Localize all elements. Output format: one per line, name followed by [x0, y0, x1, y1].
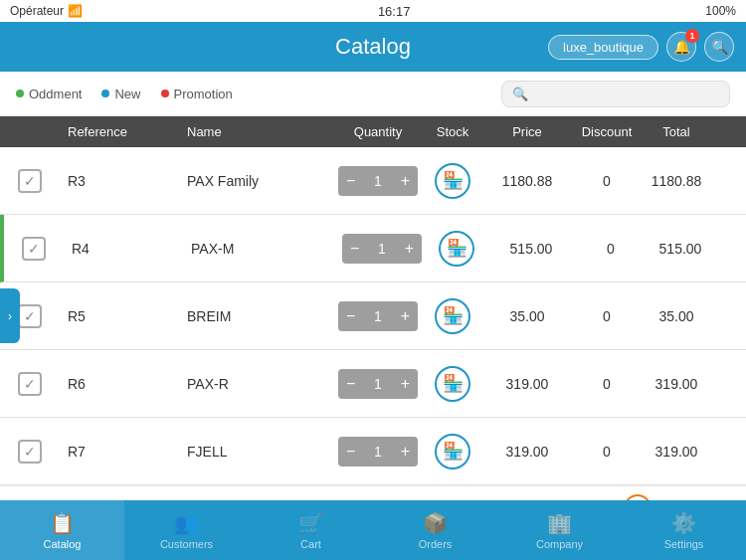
- page-title: Catalog: [335, 34, 411, 60]
- table-row: R5 BREIM − 1 + 🏪 35.00 0 35.00: [0, 282, 746, 350]
- col-price: Price: [487, 124, 567, 139]
- promotion-label: Promotion: [174, 87, 233, 101]
- nav-cart[interactable]: 🛒 Cart: [249, 500, 373, 560]
- qty-minus-btn[interactable]: −: [338, 166, 363, 196]
- nav-company[interactable]: 🏢 Company: [497, 500, 622, 560]
- price-cell: 319.00: [487, 376, 567, 392]
- row-checkbox[interactable]: [18, 169, 42, 193]
- qty-minus-btn[interactable]: −: [338, 437, 363, 467]
- nav-orders[interactable]: 📦 Orders: [373, 500, 497, 560]
- bottom-nav: 📋 Catalog 👥 Customers 🛒 Cart 📦 Orders 🏢 …: [0, 500, 746, 560]
- promotion-dot: [161, 90, 169, 97]
- discount-cell: 0: [567, 444, 647, 460]
- check-cell[interactable]: [4, 237, 64, 261]
- total-cell: 1180.88: [647, 173, 706, 189]
- operator-label: Opérateur: [10, 4, 64, 18]
- qty-plus-btn[interactable]: +: [393, 437, 418, 467]
- add-to-cart-row: 🛒 Add to cart: [0, 485, 746, 500]
- name-cell: BREIM: [179, 308, 338, 324]
- stock-cell[interactable]: 🏪: [418, 366, 487, 402]
- row-checkbox[interactable]: [18, 372, 42, 396]
- notification-icon[interactable]: 🔔: [666, 32, 696, 62]
- cart-nav-icon: 🛒: [298, 511, 323, 535]
- qty-cell: − 1 +: [342, 234, 422, 264]
- stock-icon: 🏪: [435, 163, 470, 199]
- stock-icon: 🏪: [435, 434, 470, 469]
- qty-value: 1: [363, 166, 392, 196]
- qty-minus-btn[interactable]: −: [342, 234, 367, 264]
- wifi-icon: 📶: [68, 4, 83, 18]
- name-cell: FJELL: [179, 444, 338, 460]
- check-cell[interactable]: [0, 169, 60, 193]
- discount-cell: 0: [567, 308, 647, 324]
- qty-cell: − 1 +: [338, 369, 418, 399]
- chevron-right-icon: ›: [8, 309, 12, 323]
- header-actions: luxe_boutique 🔔 🔍: [548, 32, 734, 62]
- filter-oddment[interactable]: Oddment: [16, 87, 82, 101]
- nav-catalog-label: Catalog: [44, 538, 82, 550]
- stock-cell[interactable]: 🏪: [418, 163, 487, 199]
- name-cell: PAX-R: [179, 376, 338, 392]
- search-header-icon[interactable]: 🔍: [704, 32, 734, 62]
- table-row: R3 PAX Family − 1 + 🏪 1180.88 0 1180.88: [0, 147, 746, 215]
- nav-settings[interactable]: ⚙️ Settings: [622, 500, 746, 560]
- ref-cell: R5: [60, 308, 179, 324]
- settings-icon: ⚙️: [671, 511, 696, 535]
- qty-value: 1: [363, 369, 392, 399]
- total-cell: 319.00: [647, 444, 706, 460]
- name-cell: PAX Family: [179, 173, 338, 189]
- total-cell: 515.00: [651, 241, 710, 257]
- price-cell: 1180.88: [487, 173, 567, 189]
- stock-cell[interactable]: 🏪: [418, 434, 487, 469]
- filter-new[interactable]: New: [101, 87, 140, 101]
- col-stock: Stock: [418, 124, 487, 139]
- nav-orders-label: Orders: [419, 538, 453, 550]
- qty-plus-btn[interactable]: +: [393, 166, 418, 196]
- name-cell: PAX-M: [183, 241, 342, 257]
- qty-plus-btn[interactable]: +: [393, 301, 418, 331]
- ref-cell: R6: [60, 376, 179, 392]
- search-input[interactable]: [534, 87, 719, 101]
- table-row: R7 FJELL − 1 + 🏪 319.00 0 319.00: [0, 418, 746, 485]
- search-box[interactable]: 🔍: [501, 81, 730, 107]
- status-bar: Opérateur 📶 16:17 100%: [0, 0, 746, 22]
- check-cell[interactable]: [0, 372, 60, 396]
- qty-plus-btn[interactable]: +: [397, 234, 422, 264]
- orders-icon: 📦: [423, 511, 448, 535]
- side-panel-handle[interactable]: ›: [0, 288, 20, 343]
- qty-plus-btn[interactable]: +: [393, 369, 418, 399]
- stock-icon: 🏪: [435, 366, 470, 402]
- qty-cell: − 1 +: [338, 166, 418, 196]
- ref-cell: R3: [60, 173, 179, 189]
- nav-customers[interactable]: 👥 Customers: [124, 500, 249, 560]
- price-cell: 515.00: [491, 241, 571, 257]
- nav-customers-label: Customers: [160, 538, 213, 550]
- col-reference: Reference: [60, 124, 179, 139]
- main-content: Reference Name Quantity Stock Price Disc…: [0, 116, 746, 500]
- table-header: Reference Name Quantity Stock Price Disc…: [0, 116, 746, 147]
- oddment-label: Oddment: [29, 87, 82, 101]
- qty-cell: − 1 +: [338, 301, 418, 331]
- oddment-dot: [16, 90, 24, 97]
- total-cell: 319.00: [647, 376, 706, 392]
- search-icon: 🔍: [512, 87, 528, 101]
- status-time: 16:17: [378, 4, 411, 19]
- qty-cell: − 1 +: [338, 437, 418, 467]
- row-checkbox[interactable]: [18, 304, 42, 328]
- nav-catalog[interactable]: 📋 Catalog: [0, 500, 124, 560]
- row-checkbox[interactable]: [22, 237, 46, 261]
- row-checkbox[interactable]: [18, 440, 42, 464]
- user-badge[interactable]: luxe_boutique: [548, 35, 658, 60]
- filter-row: Oddment New Promotion 🔍: [0, 72, 746, 116]
- table-row: R6 PAX-R − 1 + 🏪 319.00 0 319.00: [0, 350, 746, 418]
- filter-promotion[interactable]: Promotion: [161, 87, 233, 101]
- stock-cell[interactable]: 🏪: [422, 231, 491, 267]
- table-body: R3 PAX Family − 1 + 🏪 1180.88 0 1180.88 …: [0, 147, 746, 485]
- check-cell[interactable]: [0, 440, 60, 464]
- stock-icon: 🏪: [439, 231, 474, 267]
- company-icon: 🏢: [547, 511, 572, 535]
- qty-minus-btn[interactable]: −: [338, 301, 363, 331]
- stock-cell[interactable]: 🏪: [418, 298, 487, 334]
- discount-cell: 0: [571, 241, 651, 257]
- qty-minus-btn[interactable]: −: [338, 369, 363, 399]
